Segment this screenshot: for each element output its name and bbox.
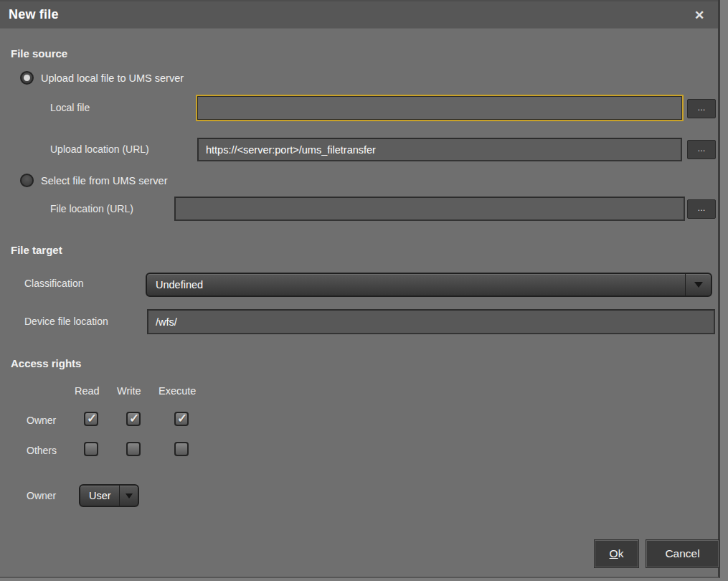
owner-dropdown[interactable]: User: [79, 484, 139, 507]
owner-dropdown-value: User: [80, 490, 119, 501]
close-icon[interactable]: ✕: [691, 7, 708, 24]
radio-upload-label: Upload local file to UMS server: [41, 72, 184, 84]
others-write-checkbox[interactable]: [126, 442, 141, 456]
owner-read-checkbox[interactable]: [84, 412, 98, 426]
upload-location-input[interactable]: [197, 138, 682, 161]
cancel-button[interactable]: Cancel: [646, 540, 719, 567]
radio-upload-local-file[interactable]: Upload local file to UMS server: [20, 71, 184, 85]
local-file-input-focus-ring: [196, 95, 684, 121]
col-header-read: Read: [75, 385, 100, 397]
others-execute-checkbox[interactable]: [174, 442, 189, 456]
classification-dropdown[interactable]: Undefined: [146, 273, 712, 297]
file-location-label: File location (URL): [50, 203, 133, 214]
chevron-down-icon[interactable]: [119, 486, 138, 506]
file-location-browse-button[interactable]: ...: [687, 199, 716, 219]
radio-select-label: Select file from UMS server: [41, 175, 167, 186]
classification-value: Undefined: [147, 279, 685, 290]
radio-button-icon[interactable]: [20, 71, 34, 85]
access-rights-header: Access rights: [11, 357, 81, 369]
owner-execute-checkbox[interactable]: [174, 412, 189, 426]
file-source-header: File source: [11, 47, 67, 60]
upload-location-browse-button[interactable]: ...: [687, 140, 716, 159]
screen: New file ✕ File source Upload local file…: [0, 0, 728, 581]
col-header-write: Write: [117, 385, 141, 397]
others-row-label: Others: [27, 445, 57, 456]
radio-select-file-from-server[interactable]: Select file from UMS server: [20, 174, 167, 187]
classification-label: Classification: [24, 278, 83, 289]
others-read-checkbox[interactable]: [84, 442, 98, 456]
local-file-label: Local file: [50, 102, 90, 113]
chevron-down-icon[interactable]: [685, 274, 711, 296]
device-file-location-input[interactable]: [147, 309, 715, 334]
ok-button[interactable]: Ok: [595, 540, 638, 567]
local-file-browse-button[interactable]: ...: [687, 99, 716, 118]
owner-select-label: Owner: [27, 490, 56, 501]
radio-button-icon[interactable]: [20, 174, 34, 187]
new-file-dialog: New file ✕ File source Upload local file…: [0, 0, 720, 578]
col-header-execute: Execute: [159, 385, 196, 397]
device-file-location-label: Device file location: [24, 316, 108, 327]
owner-row-label: Owner: [27, 415, 56, 426]
upload-location-label: Upload location (URL): [50, 143, 149, 155]
dialog-title: New file: [9, 7, 59, 22]
local-file-input[interactable]: [197, 96, 682, 120]
file-target-header: File target: [11, 244, 62, 256]
owner-write-checkbox[interactable]: [126, 412, 141, 426]
file-location-input[interactable]: [174, 197, 685, 221]
dialog-titlebar[interactable]: New file ✕: [0, 0, 718, 29]
